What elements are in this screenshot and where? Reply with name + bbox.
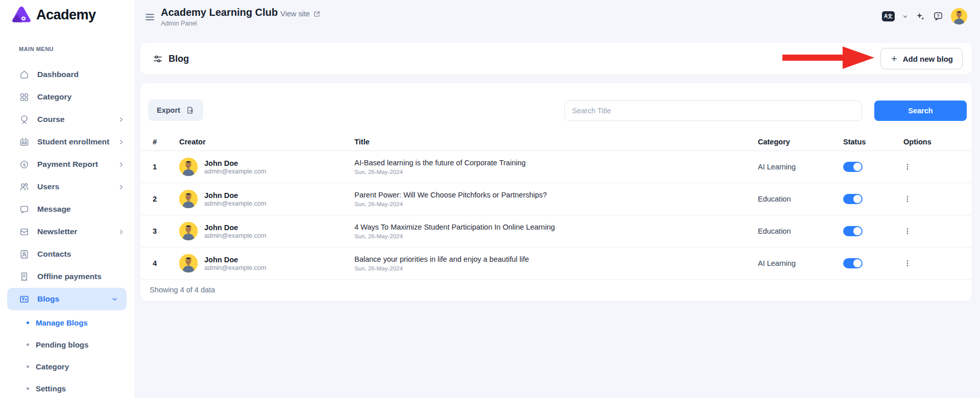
sidebar-item-newsletter[interactable]: Newsletter <box>0 220 134 243</box>
title-cell: Parent Power: Will We Choose Pitchforks … <box>354 191 758 207</box>
blog-date: Sun, 26-May-2024 <box>354 169 758 175</box>
language-icon[interactable]: A文 <box>882 11 895 21</box>
category-cell: AI Learning <box>758 259 843 267</box>
status-toggle[interactable] <box>843 226 863 236</box>
annotation-arrow <box>782 43 874 72</box>
chevron-icon <box>117 138 125 146</box>
options-menu-button[interactable] <box>900 257 915 269</box>
sidebar-item-users[interactable]: Users <box>0 176 134 198</box>
column-header-: # <box>153 138 179 146</box>
sidebar-item-message[interactable]: Message <box>0 198 134 220</box>
creator-cell: John Doe admin@example.com <box>179 254 354 272</box>
creator-avatar <box>179 158 198 176</box>
category-cell: Education <box>758 227 843 235</box>
view-site-label: View site <box>280 10 310 18</box>
message-icon <box>19 204 30 215</box>
sidebar-section-label: MAIN MENU <box>19 46 54 52</box>
sidebar-subitem-manage-blogs[interactable]: Manage Blogs <box>0 312 134 334</box>
sidebar-item-offline-payments[interactable]: Offline payments <box>0 265 134 288</box>
user-avatar[interactable] <box>951 8 967 24</box>
title-cell: AI-Based learning is the future of Corpo… <box>354 159 758 175</box>
sidebar-submenu: Manage Blogs Pending blogs Category Sett… <box>0 312 134 398</box>
table-row: 2 John Doe admin@example.com Parent Powe… <box>140 183 972 215</box>
hamburger-menu-icon[interactable] <box>145 12 155 20</box>
sidebar-item-blogs[interactable]: Blogs <box>7 288 127 310</box>
search-input[interactable] <box>564 101 862 121</box>
page-title: Blog <box>169 54 189 64</box>
creator-name: John Doe <box>204 223 266 232</box>
help-chat-icon[interactable] <box>933 11 944 22</box>
sidebar: Academy MAIN MENU Dashboard Category Cou… <box>0 0 134 398</box>
sidebar-item-payment-report[interactable]: Payment Report <box>0 153 134 176</box>
blog-title[interactable]: 4 Ways To Maximize Student Participation… <box>354 223 758 231</box>
creator-name: John Doe <box>204 191 266 200</box>
blog-date: Sun, 26-May-2024 <box>354 265 758 271</box>
enrollment-icon <box>19 137 30 147</box>
table-row: 3 John Doe admin@example.com 4 Ways To M… <box>140 215 972 247</box>
add-new-blog-button[interactable]: Add new blog <box>880 48 963 69</box>
sidebar-menu: Dashboard Category Course Student enroll… <box>0 63 134 310</box>
status-toggle[interactable] <box>843 258 863 268</box>
sidebar-subitem-category[interactable]: Category <box>0 356 134 378</box>
sidebar-subitem-pending-blogs[interactable]: Pending blogs <box>0 334 134 356</box>
chevron-icon <box>117 183 125 191</box>
creator-cell: John Doe admin@example.com <box>179 222 354 240</box>
creator-avatar <box>179 222 198 240</box>
table-header: #CreatorTitleCategoryStatusOptions <box>140 133 972 151</box>
bullet-icon <box>27 321 29 324</box>
home-icon <box>19 69 30 80</box>
status-toggle[interactable] <box>843 194 863 204</box>
sparkles-icon[interactable] <box>916 12 925 21</box>
sidebar-item-dashboard[interactable]: Dashboard <box>0 63 134 86</box>
status-cell <box>843 258 903 268</box>
users-icon <box>19 182 30 192</box>
bullet-icon <box>27 365 29 368</box>
export-icon <box>185 106 195 115</box>
toggle-knob <box>853 163 862 171</box>
status-toggle[interactable] <box>843 162 863 172</box>
receipt-icon <box>19 271 30 282</box>
options-menu-button[interactable] <box>900 193 915 205</box>
chevron-icon <box>111 295 118 303</box>
sidebar-item-course[interactable]: Course <box>0 108 134 131</box>
sidebar-item-category[interactable]: Category <box>0 86 134 108</box>
blog-title[interactable]: Balance your priorities in life and enjo… <box>354 255 758 263</box>
options-cell <box>903 193 960 205</box>
status-cell <box>843 226 903 236</box>
external-link-icon <box>313 10 321 18</box>
brand-logo-icon <box>11 5 32 24</box>
bullet-icon <box>27 387 29 390</box>
view-site-link[interactable]: View site <box>280 10 321 18</box>
options-menu-button[interactable] <box>900 161 915 173</box>
toggle-knob <box>853 259 862 267</box>
title-cell: Balance your priorities in life and enjo… <box>354 255 758 271</box>
row-number: 1 <box>153 163 179 171</box>
brand-logo[interactable]: Academy <box>11 5 96 24</box>
creator-cell: John Doe admin@example.com <box>179 158 354 176</box>
creator-cell: John Doe admin@example.com <box>179 190 354 208</box>
search-button[interactable]: Search <box>874 101 967 121</box>
export-label: Export <box>157 106 180 114</box>
chevron-down-icon[interactable] <box>902 13 909 20</box>
blog-title[interactable]: Parent Power: Will We Choose Pitchforks … <box>354 191 758 199</box>
sidebar-item-contacts[interactable]: Contacts <box>0 243 134 265</box>
options-menu-button[interactable] <box>900 225 915 237</box>
sidebar-subitem-settings[interactable]: Settings <box>0 378 134 398</box>
add-new-blog-label: Add new blog <box>903 55 953 63</box>
creator-name: John Doe <box>204 256 266 264</box>
chevron-icon <box>117 228 125 236</box>
creator-email: admin@example.com <box>204 232 266 239</box>
payment-icon <box>19 159 30 170</box>
sidebar-item-student-enrollment[interactable]: Student enrollment <box>0 131 134 153</box>
status-cell <box>843 162 903 172</box>
blog-title[interactable]: AI-Based learning is the future of Corpo… <box>354 159 758 167</box>
site-title: Academy Learning Club <box>161 7 278 18</box>
table-footer-count: Showing 4 of 4 data <box>150 286 215 294</box>
newsletter-icon <box>19 227 30 237</box>
creator-avatar <box>179 190 198 208</box>
blogs-icon <box>19 294 30 305</box>
creator-email: admin@example.com <box>204 168 266 175</box>
export-button[interactable]: Export <box>148 100 203 121</box>
creator-avatar <box>179 254 198 272</box>
sliders-icon <box>153 54 163 64</box>
